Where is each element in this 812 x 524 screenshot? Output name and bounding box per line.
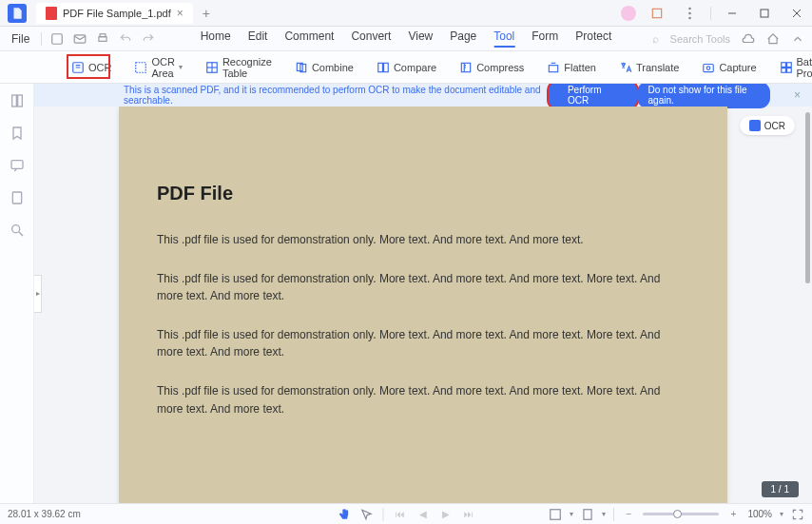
zoom-dropdown-icon[interactable]: ▾ [780, 510, 783, 518]
last-page-icon[interactable]: ⏭ [462, 508, 475, 521]
fit-mode-dropdown-icon[interactable]: ▾ [602, 510, 606, 518]
minimize-button[interactable] [721, 2, 744, 25]
translate-button[interactable]: Translate [614, 58, 684, 77]
batch-icon [780, 61, 793, 74]
svg-rect-28 [786, 68, 791, 72]
prev-page-icon[interactable]: ◀ [416, 508, 430, 521]
hand-tool-icon[interactable] [338, 508, 351, 521]
next-page-icon[interactable]: ▶ [439, 508, 453, 521]
cloud-icon[interactable] [742, 32, 755, 46]
compress-icon [459, 61, 473, 74]
combine-button[interactable]: Combine [290, 58, 358, 77]
document-viewer: This is a scanned PDF, and it is recomme… [34, 84, 812, 503]
table-icon [205, 61, 219, 74]
flatten-label: Flatten [564, 62, 596, 73]
compare-button[interactable]: Compare [372, 58, 441, 77]
svg-point-33 [11, 225, 19, 233]
banner-close-icon[interactable]: × [794, 88, 801, 102]
home-icon[interactable] [766, 32, 780, 46]
sidebar-expand-handle[interactable]: ▸ [34, 275, 42, 313]
search-tools[interactable]: Search Tools [670, 33, 730, 45]
document-tab[interactable]: PDF File Sample_1.pdf × [36, 3, 193, 24]
menu-edit[interactable]: Edit [248, 29, 268, 48]
svg-rect-8 [52, 33, 63, 44]
save-icon[interactable] [49, 31, 65, 47]
dropdown-icon: ▾ [179, 63, 183, 71]
menu-convert[interactable]: Convert [351, 29, 391, 48]
document-title: PDF File [157, 183, 689, 204]
user-avatar[interactable] [621, 6, 636, 21]
menu-protect[interactable]: Protect [575, 29, 611, 48]
select-tool-icon[interactable] [360, 508, 374, 521]
ocr-pill-icon [749, 120, 761, 131]
ocr-area-button[interactable]: OCR Area ▾ [129, 53, 186, 82]
notification-icon[interactable] [646, 2, 668, 25]
maximize-button[interactable] [753, 2, 776, 25]
svg-rect-19 [378, 63, 383, 71]
tool-toolbar: OCR OCR Area ▾ Recognize Table Combine C… [0, 51, 812, 84]
compare-label: Compare [394, 62, 436, 73]
bookmarks-icon[interactable] [10, 126, 25, 141]
add-tab-button[interactable]: + [199, 6, 214, 21]
svg-rect-11 [100, 33, 106, 36]
menu-tool[interactable]: Tool [493, 29, 514, 48]
fit-mode-icon[interactable] [581, 508, 594, 521]
zoom-in-icon[interactable]: + [726, 508, 740, 521]
dismiss-banner-button[interactable]: Do not show for this file again. [637, 84, 770, 108]
more-icon[interactable] [678, 2, 701, 25]
translate-icon [619, 61, 632, 74]
ocr-floating-button[interactable]: OCR [740, 116, 795, 135]
mail-icon[interactable] [72, 31, 87, 47]
svg-rect-32 [12, 192, 21, 204]
svg-rect-23 [704, 64, 714, 71]
file-menu[interactable]: File [8, 30, 33, 48]
zoom-value[interactable]: 100% [747, 509, 772, 519]
titlebar: PDF File Sample_1.pdf × + [0, 0, 812, 27]
print-icon[interactable] [95, 31, 110, 47]
zoom-slider-thumb[interactable] [673, 510, 682, 518]
vertical-scrollbar[interactable] [805, 112, 810, 283]
menu-view[interactable]: View [408, 29, 433, 48]
undo-icon[interactable] [118, 31, 133, 47]
fullscreen-icon[interactable] [791, 508, 804, 521]
attachments-icon[interactable] [10, 190, 25, 205]
svg-rect-35 [551, 509, 561, 519]
translate-label: Translate [636, 62, 679, 73]
zoom-out-icon[interactable]: − [622, 508, 635, 521]
page-viewport[interactable]: PDF File This .pdf file is used for demo… [34, 107, 812, 503]
compress-button[interactable]: Compress [454, 58, 529, 77]
recognize-table-label: Recognize Table [222, 56, 272, 79]
collapse-ribbon-icon[interactable] [791, 32, 804, 46]
thumbnails-icon[interactable] [10, 93, 25, 108]
combine-icon [295, 61, 308, 74]
zoom-slider[interactable] [643, 513, 719, 515]
view-mode-dropdown-icon[interactable]: ▾ [570, 510, 573, 518]
comments-icon[interactable] [10, 158, 25, 173]
combine-label: Combine [312, 62, 354, 73]
search-panel-icon[interactable] [10, 223, 25, 238]
banner-message: This is a scanned PDF, and it is recomme… [124, 85, 547, 106]
compare-icon [377, 61, 390, 74]
page-dimensions: 28.01 x 39.62 cm [8, 509, 81, 519]
svg-rect-26 [786, 62, 791, 67]
compress-label: Compress [476, 62, 524, 73]
view-mode-icon[interactable] [549, 508, 562, 521]
capture-label: Capture [719, 62, 756, 73]
capture-button[interactable]: Capture [697, 58, 761, 77]
redo-icon[interactable] [141, 31, 156, 47]
menu-home[interactable]: Home [201, 29, 231, 48]
close-button[interactable] [785, 2, 808, 25]
menu-page[interactable]: Page [450, 29, 476, 48]
ocr-button[interactable]: OCR [67, 58, 116, 77]
flatten-button[interactable]: Flatten [542, 58, 601, 77]
content-area: ▸ This is a scanned PDF, and it is recom… [0, 84, 812, 503]
menu-form[interactable]: Form [532, 29, 558, 48]
ocr-area-label: OCR Area [151, 56, 174, 79]
menu-comment[interactable]: Comment [284, 29, 334, 48]
first-page-icon[interactable]: ⏮ [394, 508, 407, 521]
tab-close-icon[interactable]: × [177, 7, 184, 20]
app-logo [8, 4, 27, 23]
svg-rect-30 [17, 95, 22, 107]
batch-process-button[interactable]: Batch Process [775, 53, 812, 82]
recognize-table-button[interactable]: Recognize Table [201, 53, 277, 82]
